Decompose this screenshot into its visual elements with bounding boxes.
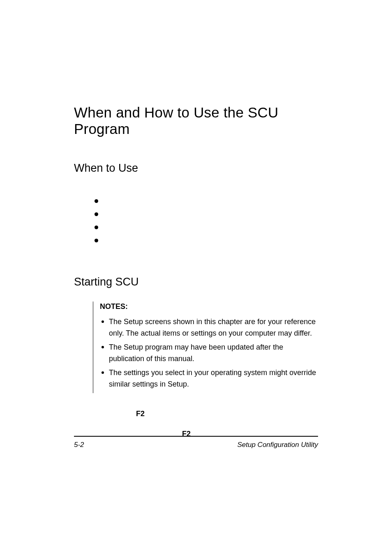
notes-label: NOTES:: [100, 302, 318, 311]
footer-doc-title: Setup Configuration Utility: [237, 441, 318, 449]
notes-block: NOTES: The Setup screens shown in this c…: [93, 302, 318, 393]
notes-list: The Setup screens shown in this chapter …: [100, 316, 318, 390]
list-item: [95, 195, 318, 208]
section-heading-starting-scu: Starting SCU: [74, 276, 318, 288]
list-item: [95, 221, 318, 235]
page-footer: 5-2 Setup Configuration Utility: [74, 436, 318, 449]
list-item: The settings you select in your operatin…: [100, 367, 318, 390]
page-number: 5-2: [74, 441, 84, 449]
section-heading-when-to-use: When to Use: [74, 162, 318, 175]
list-item: The Setup screens shown in this chapter …: [100, 316, 318, 339]
key-label-f2-first: F2: [136, 410, 318, 418]
list-item: [95, 235, 318, 248]
document-page: When and How to Use the SCU Program When…: [0, 0, 392, 555]
page-title: When and How to Use the SCU Program: [74, 104, 318, 137]
list-item: [95, 208, 318, 221]
when-to-use-bullet-list: [95, 195, 318, 248]
list-item: The Setup program may have been updated …: [100, 341, 318, 364]
